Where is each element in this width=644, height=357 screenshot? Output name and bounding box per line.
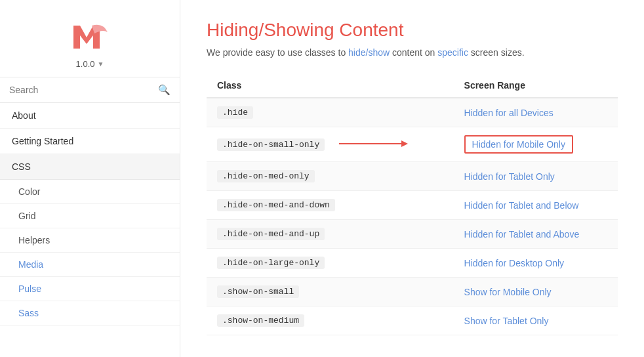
sidebar: 1.0.0 ▼ 🔍 About Getting Started CSS Colo… xyxy=(0,0,180,357)
table-cell-class: .hide xyxy=(207,98,454,127)
app-logo xyxy=(64,16,116,55)
table-cell-range: Show for Mobile Only xyxy=(454,278,618,306)
version-dropdown-icon[interactable]: ▼ xyxy=(98,60,104,68)
table-row: .hide-on-med-and-upHidden for Tablet and… xyxy=(207,220,618,249)
search-area[interactable]: 🔍 xyxy=(0,77,180,103)
search-input[interactable] xyxy=(9,85,158,95)
table-cell-range: Hidden for Desktop Only xyxy=(454,249,618,278)
table-cell-range: Hidden for Tablet and Above xyxy=(454,220,618,249)
table-header-row: Class Screen Range xyxy=(207,74,618,98)
table-cell-class: .hide-on-med-and-down xyxy=(207,191,454,220)
sidebar-item-pulse[interactable]: Pulse xyxy=(0,277,180,301)
table-cell-class: .hide-on-large-only xyxy=(207,249,454,278)
version-label: 1.0.0 xyxy=(76,59,95,69)
table-row: .hideHidden for all Devices xyxy=(207,98,618,127)
table-cell-class: .show-on-medium xyxy=(207,306,454,335)
sidebar-item-sass[interactable]: Sass xyxy=(0,301,180,326)
sidebar-item-getting-started[interactable]: Getting Started xyxy=(0,129,180,154)
table-cell-class: .hide-on-small-only xyxy=(207,127,454,162)
sidebar-item-helpers[interactable]: Helpers xyxy=(0,228,180,253)
sidebar-item-color[interactable]: Color xyxy=(0,180,180,204)
table-cell-range: Show for Tablet Only xyxy=(454,306,618,335)
table-cell-class: .hide-on-med-and-up xyxy=(207,220,454,249)
main-content: Hiding/Showing Content We provide easy t… xyxy=(180,0,644,357)
table-row: .hide-on-med-and-downHidden for Tablet a… xyxy=(207,191,618,220)
table-cell-range: Hidden for all Devices xyxy=(454,98,618,127)
sidebar-item-about[interactable]: About xyxy=(0,103,180,129)
content-table: Class Screen Range .hideHidden for all D… xyxy=(207,74,618,335)
sidebar-item-media[interactable]: Media xyxy=(0,253,180,277)
version-area[interactable]: 1.0.0 ▼ xyxy=(76,59,104,69)
logo-area: 1.0.0 ▼ xyxy=(0,0,180,77)
table-cell-range: Hidden for Tablet and Below xyxy=(454,191,618,220)
table-cell-class: .hide-on-med-only xyxy=(207,162,454,191)
page-title: Hiding/Showing Content xyxy=(207,20,618,41)
table-row: .hide-on-large-onlyHidden for Desktop On… xyxy=(207,249,618,278)
table-row: .hide-on-small-only Hidden for Mobile On… xyxy=(207,127,618,162)
table-row: .show-on-mediumShow for Tablet Only xyxy=(207,306,618,335)
search-icon: 🔍 xyxy=(158,84,171,96)
table-cell-class: .show-on-small xyxy=(207,278,454,306)
col-header-range: Screen Range xyxy=(454,74,618,98)
table-cell-range: Hidden for Tablet Only xyxy=(454,162,618,191)
arrow-icon xyxy=(332,137,411,152)
sidebar-item-grid[interactable]: Grid xyxy=(0,204,180,228)
table-row: .hide-on-med-onlyHidden for Tablet Only xyxy=(207,162,618,191)
sidebar-section-css: CSS xyxy=(0,154,180,180)
page-description: We provide easy to use classes to hide/s… xyxy=(207,47,618,58)
col-header-class: Class xyxy=(207,74,454,98)
table-row: .show-on-smallShow for Mobile Only xyxy=(207,278,618,306)
table-cell-range: Hidden for Mobile Only xyxy=(454,127,618,162)
svg-marker-1 xyxy=(401,140,408,147)
